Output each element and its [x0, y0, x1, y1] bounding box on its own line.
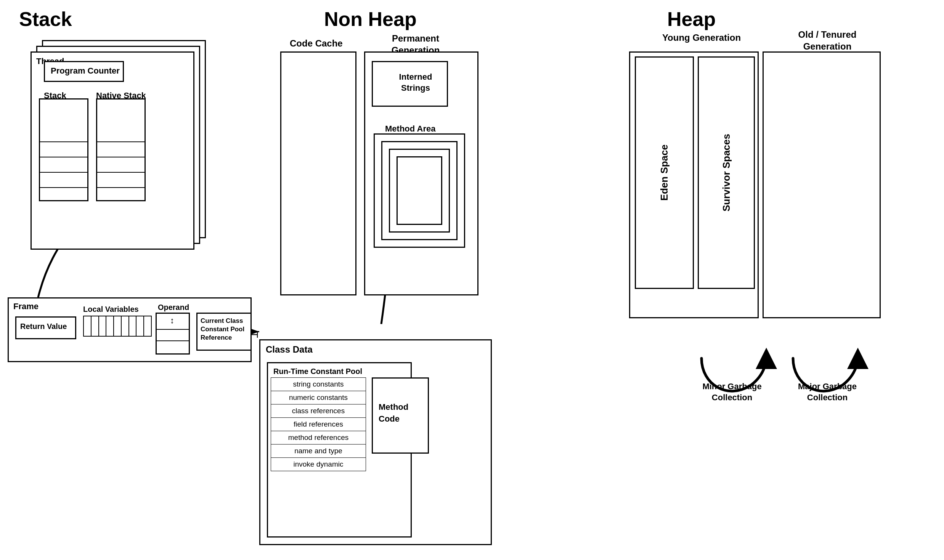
eden-space-box: Eden Space — [635, 56, 694, 289]
interned-strings-label: Interned Strings — [384, 72, 447, 93]
program-counter-box: Program Counter — [44, 61, 124, 82]
minor-gc-label: Minor Garbage Collection — [698, 381, 766, 403]
cp-item-6: invoke dynamic — [271, 457, 366, 471]
cp-item-0: string constants — [271, 377, 366, 391]
old-gen-label: Old / Tenured Generation — [778, 29, 877, 52]
current-class-pool-box: Current Class Constant Pool Reference — [196, 313, 252, 351]
cp-item-2: class references — [271, 404, 366, 418]
native-stack-inner-box — [96, 98, 146, 201]
local-variables-grid — [83, 316, 152, 337]
old-gen-box — [763, 51, 881, 318]
cp-item-4: method references — [271, 431, 366, 444]
survivor-spaces-box: Survivor Spaces — [698, 56, 755, 289]
class-data-label: Class Data — [266, 344, 313, 355]
dashed-pointer: ⊣ — [251, 330, 258, 340]
nonheap-title: Non Heap — [324, 8, 417, 30]
stack-inner-box — [39, 98, 88, 201]
operand-stack-box: ↕ — [156, 313, 190, 355]
method-code-box: Method Code — [372, 377, 429, 454]
program-counter-label: Program Counter — [51, 66, 120, 76]
return-value-label: Return Value — [20, 322, 67, 331]
method-area-label: Method Area — [385, 124, 435, 134]
return-value-box: Return Value — [15, 316, 76, 339]
stack-title: Stack — [19, 8, 72, 30]
heap-title: Heap — [667, 8, 716, 30]
survivor-spaces-label: Survivor Spaces — [721, 134, 732, 212]
runtime-pool-label: Run-Time Constant Pool — [273, 367, 362, 376]
code-cache-box — [280, 51, 356, 295]
major-gc-label: Major Garbage Collection — [793, 381, 862, 403]
current-class-pool-label: Current Class Constant Pool Reference — [201, 317, 250, 342]
young-gen-label: Young Generation — [641, 32, 763, 43]
method-area-box-1 — [397, 156, 442, 225]
frame-label: Frame — [13, 302, 39, 311]
local-variables-label: Local Variables — [83, 305, 139, 314]
cp-item-5: name and type — [271, 444, 366, 458]
code-cache-label: Code Cache — [290, 38, 343, 49]
interned-strings-box: Interned Strings — [372, 61, 448, 107]
eden-space-label: Eden Space — [658, 144, 670, 201]
cp-item-3: field references — [271, 417, 366, 431]
cp-item-1: numeric constants — [271, 391, 366, 404]
method-code-label: Method Code — [379, 401, 428, 425]
